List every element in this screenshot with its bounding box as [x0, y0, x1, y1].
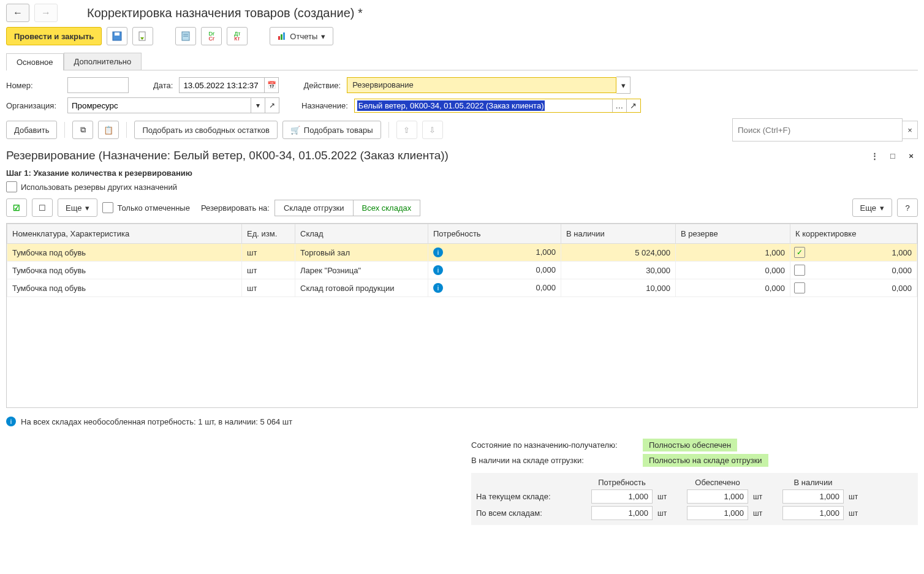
summary-row-label: По всем складам: — [476, 508, 586, 518]
table-row[interactable]: Тумбочка под обувьштТорговый залi1,0005 … — [7, 244, 917, 262]
info-footer: На всех складах необособленная потребнос… — [21, 417, 292, 426]
add-button[interactable]: Добавить — [6, 121, 57, 139]
chevron-down-icon: ▾ — [880, 203, 884, 213]
use-other-reserves-checkbox[interactable] — [6, 181, 17, 192]
summary-hdr-secured: Обеспечено — [687, 478, 748, 487]
assign-input[interactable]: Белый ветер, 0К00-34, 01.05.2022 (Заказ … — [355, 99, 612, 112]
row-checkbox[interactable] — [794, 265, 805, 276]
more-button-1[interactable]: Еще ▾ — [58, 198, 97, 217]
search-input[interactable] — [732, 118, 903, 142]
dialog-title: Резервирование (Назначение: Белый ветер,… — [6, 149, 863, 162]
cell-avail: 10,000 — [561, 279, 676, 297]
org-label: Организация: — [6, 101, 61, 110]
cell-need: i0,000 — [428, 262, 561, 279]
reports-dropdown[interactable]: Отчеты ▾ — [270, 27, 333, 45]
pick-free-button[interactable]: Подобрать из свободных остатков — [134, 121, 277, 139]
dtkt-icon: ДтКт — [234, 31, 240, 41]
cell-correct[interactable]: 0,000 — [790, 279, 917, 297]
nav-fwd-button[interactable]: → — [34, 4, 58, 22]
info-icon[interactable]: i — [433, 265, 443, 275]
cell-reserve: 0,000 — [676, 262, 790, 279]
more-button-2[interactable]: Еще ▾ — [852, 198, 892, 217]
check-all-button[interactable]: ☑ — [6, 198, 27, 217]
row-checkbox[interactable]: ✓ — [794, 247, 805, 258]
info-icon[interactable]: i — [433, 247, 443, 257]
cell-unit: шт — [242, 262, 295, 279]
summary-avail-0: 1,000 — [782, 489, 844, 504]
move-down-button[interactable]: ⇩ — [422, 121, 443, 139]
col-warehouse[interactable]: Склад — [295, 224, 428, 244]
info-icon: i — [6, 417, 16, 426]
svg-rect-7 — [281, 34, 282, 40]
search-clear-button[interactable]: × — [903, 121, 918, 139]
org-input[interactable] — [67, 97, 251, 113]
post-button[interactable] — [132, 27, 153, 45]
dr-cr-button[interactable]: DrCr — [201, 27, 222, 45]
status-label-1: Состояние по назначению-получателю: — [471, 440, 643, 450]
tab-main[interactable]: Основное — [6, 53, 64, 70]
cell-unit: шт — [242, 279, 295, 297]
dialog-more-icon[interactable]: ⋮ — [868, 149, 881, 162]
info-icon[interactable]: i — [433, 283, 443, 293]
post-and-close-button[interactable]: Провести и закрыть — [6, 27, 102, 45]
col-nomen[interactable]: Номенклатура, Характеристика — [7, 224, 242, 244]
reserve-on-label: Резервировать на: — [201, 203, 270, 213]
col-correct[interactable]: К корректировке — [790, 224, 917, 244]
summary-secured-0: 1,000 — [687, 489, 748, 504]
cell-nomen: Тумбочка под обувь — [7, 244, 242, 262]
seg-ship-warehouse[interactable]: Складе отгрузки — [275, 200, 353, 216]
only-checked-label: Только отмеченные — [117, 203, 189, 213]
only-checked-checkbox[interactable] — [102, 202, 113, 213]
copy-button[interactable]: ⧉ — [72, 121, 93, 139]
svg-rect-8 — [283, 32, 285, 40]
cell-correct[interactable]: 0,000 — [790, 262, 917, 279]
tab-extra[interactable]: Дополнительно — [64, 53, 142, 70]
pick-goods-button[interactable]: 🛒 Подобрать товары — [282, 121, 381, 139]
dialog-close-icon[interactable]: × — [904, 149, 918, 162]
move-up-button[interactable]: ⇧ — [396, 121, 417, 139]
dt-kt-button[interactable]: ДтКт — [227, 27, 248, 45]
help-button[interactable]: ? — [897, 198, 918, 217]
cell-need: i1,000 — [428, 244, 561, 262]
cell-nomen: Тумбочка под обувь — [7, 279, 242, 297]
cell-correct[interactable]: ✓1,000 — [790, 244, 917, 262]
chevron-down-icon: ▾ — [85, 203, 89, 213]
assign-select-button[interactable]: … — [612, 99, 626, 112]
col-reserve[interactable]: В резерве — [676, 224, 790, 244]
col-avail[interactable]: В наличии — [561, 224, 676, 244]
row-checkbox[interactable] — [794, 282, 805, 293]
assign-field-wrap: Белый ветер, 0К00-34, 01.05.2022 (Заказ … — [354, 99, 641, 113]
summary-avail-1: 1,000 — [782, 506, 844, 520]
action-label: Действие: — [303, 81, 341, 90]
col-need[interactable]: Потребность — [428, 224, 561, 244]
action-field[interactable]: Резервирование — [347, 77, 616, 93]
seg-all-warehouses[interactable]: Всех складах — [353, 200, 421, 216]
table-row[interactable]: Тумбочка под обувьштСклад готовой продук… — [7, 279, 917, 297]
status-value-2: Полностью на складе отгрузки — [643, 454, 768, 467]
calendar-icon[interactable]: 📅 — [265, 77, 279, 93]
summary-hdr-need: Потребность — [591, 478, 653, 487]
save-button[interactable] — [107, 27, 127, 45]
summary-secured-1: 1,000 — [687, 506, 748, 520]
date-input[interactable] — [179, 77, 265, 93]
cell-warehouse: Склад готовой продукции — [295, 279, 428, 297]
uncheck-all-icon: ☐ — [39, 203, 46, 213]
report-button[interactable] — [175, 27, 196, 45]
assign-open-icon[interactable]: ↗ — [626, 99, 640, 112]
cell-reserve: 1,000 — [676, 244, 790, 262]
col-unit[interactable]: Ед. изм. — [242, 224, 295, 244]
dialog-maximize-icon[interactable]: □ — [886, 149, 899, 162]
drcr-icon: DrCr — [209, 31, 215, 41]
org-dropdown-toggle[interactable]: ▾ — [251, 97, 265, 113]
action-dropdown-toggle[interactable]: ▾ — [616, 77, 631, 94]
date-label: Дата: — [153, 81, 173, 90]
cell-unit: шт — [242, 244, 295, 262]
uncheck-all-button[interactable]: ☐ — [32, 198, 53, 217]
report-icon — [181, 31, 191, 41]
org-open-icon[interactable]: ↗ — [265, 97, 279, 113]
paste-button[interactable]: 📋 — [98, 121, 119, 139]
number-input[interactable] — [67, 77, 129, 93]
table-row[interactable]: Тумбочка под обувьштЛарек "Розница"i0,00… — [7, 262, 917, 279]
nav-back-button[interactable]: ← — [6, 4, 29, 22]
dialog-step: Шаг 1: Указание количества к резервирова… — [6, 168, 918, 178]
